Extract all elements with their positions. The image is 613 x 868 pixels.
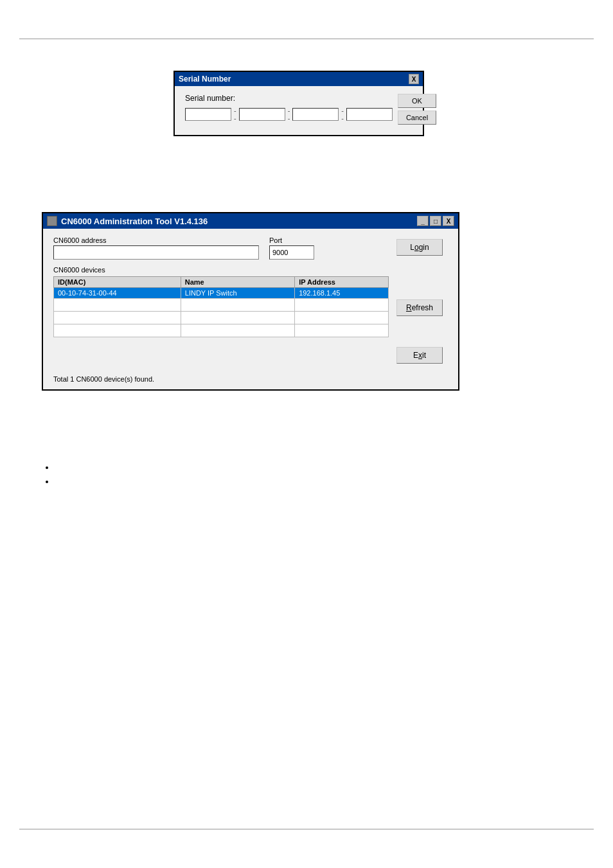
admin-titlebar: CN6000 Administration Tool V1.4.136 _ □ … — [43, 213, 458, 229]
footer-text: Total 1 CN6000 device(s) found. — [53, 375, 154, 383]
port-field-group: Port — [269, 236, 314, 260]
cell-id: 00-10-74-31-00-44 — [54, 288, 181, 299]
close-button[interactable]: X — [443, 216, 454, 226]
devices-table: ID(MAC) Name IP Address 00-10-74-31-00-4… — [53, 276, 389, 337]
serial-dialog-body: Serial number: -- -- -- OK Cancel — [175, 86, 423, 135]
serial-sep-3: -- — [341, 107, 344, 122]
login-button[interactable]: Login — [396, 239, 443, 256]
serial-dialog-title: Serial Number — [179, 75, 231, 84]
table-header-row: ID(MAC) Name IP Address — [54, 277, 389, 288]
serial-sep-1: -- — [234, 107, 236, 122]
table-row-empty-1 — [54, 299, 389, 312]
admin-window-title: CN6000 Administration Tool V1.4.136 — [61, 217, 208, 226]
serial-number-label: Serial number: — [185, 94, 393, 103]
col-ip: IP Address — [295, 277, 389, 288]
col-name: Name — [181, 277, 294, 288]
admin-footer: Total 1 CN6000 device(s) found. — [43, 371, 458, 389]
col-id: ID(MAC) — [54, 277, 181, 288]
devices-label: CN6000 devices — [53, 266, 389, 274]
bullet-list — [42, 463, 55, 491]
serial-number-dialog: Serial Number X Serial number: -- -- -- … — [173, 71, 424, 136]
table-row-empty-3 — [54, 324, 389, 337]
serial-ok-button[interactable]: OK — [398, 94, 436, 108]
address-port-row: CN6000 address Port — [53, 236, 389, 260]
admin-tool-window: CN6000 Administration Tool V1.4.136 _ □ … — [42, 212, 459, 391]
devices-section: CN6000 devices ID(MAC) Name IP Address 0… — [53, 266, 389, 337]
serial-sep-2: -- — [288, 107, 290, 122]
bottom-rule — [19, 829, 594, 829]
cell-name: LINDY IP Switch — [181, 288, 294, 299]
address-input[interactable] — [53, 245, 259, 260]
refresh-button[interactable]: Refresh — [396, 299, 443, 316]
serial-inputs: -- -- -- — [185, 107, 393, 122]
minimize-button[interactable]: _ — [417, 216, 429, 226]
serial-dialog-close-button[interactable]: X — [409, 74, 419, 84]
table-row-empty-2 — [54, 312, 389, 324]
address-field-group: CN6000 address — [53, 236, 259, 260]
table-row[interactable]: 00-10-74-31-00-44 LINDY IP Switch 192.16… — [54, 288, 389, 299]
port-label: Port — [269, 236, 314, 244]
admin-body: CN6000 address Port CN6000 devices ID(MA… — [43, 229, 458, 371]
serial-input-2[interactable] — [239, 108, 285, 121]
address-label: CN6000 address — [53, 236, 259, 244]
admin-titlebar-title: CN6000 Administration Tool V1.4.136 — [47, 216, 208, 226]
admin-titlebar-controls: _ □ X — [417, 216, 454, 226]
cell-ip: 192.168.1.45 — [295, 288, 389, 299]
admin-main-area: CN6000 address Port CN6000 devices ID(MA… — [53, 236, 389, 364]
serial-input-1[interactable] — [185, 108, 231, 121]
bullet-list-area — [42, 463, 55, 491]
port-input[interactable] — [269, 245, 314, 260]
maximize-button[interactable]: □ — [430, 216, 441, 226]
serial-input-4[interactable] — [346, 108, 393, 121]
serial-input-3[interactable] — [292, 108, 339, 121]
serial-dialog-titlebar: Serial Number X — [175, 72, 423, 86]
top-rule — [19, 39, 594, 39]
admin-window-icon — [47, 216, 57, 226]
serial-dialog-buttons: OK Cancel — [398, 94, 436, 125]
serial-cancel-button[interactable]: Cancel — [398, 111, 436, 125]
serial-form-area: Serial number: -- -- -- — [185, 94, 393, 125]
exit-button[interactable]: Exit — [396, 347, 443, 364]
admin-side-panel: Login Refresh Exit — [396, 236, 448, 364]
